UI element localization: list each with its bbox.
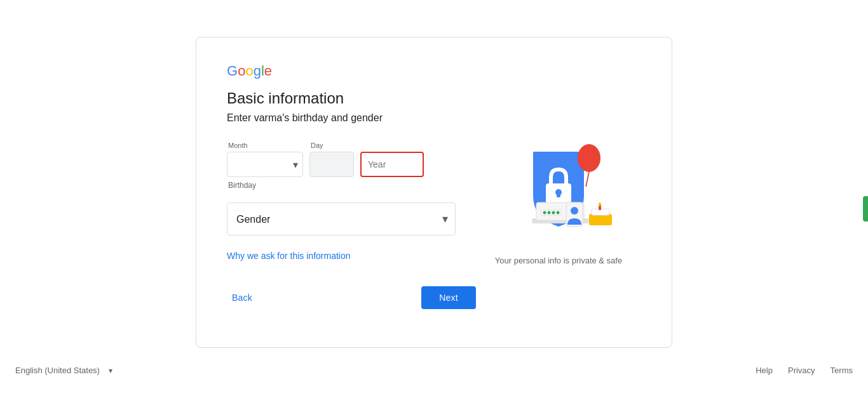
day-field-group: Day [309, 142, 354, 177]
svg-line-4 [586, 172, 589, 187]
svg-point-8 [543, 211, 546, 214]
card: G o o g l e Basic information Enter varm… [196, 37, 672, 348]
language-select[interactable]: English (United States) [15, 366, 112, 375]
illustration-caption: Your personal info is private & safe [495, 256, 622, 265]
footer: English (United States) ▾ Help Privacy T… [0, 355, 868, 380]
privacy-link[interactable]: Privacy [788, 366, 815, 375]
birthday-row: Month January February March April May J… [227, 142, 476, 177]
language-select-wrap: English (United States) ▾ [15, 366, 112, 375]
sidebar-indicator [863, 196, 868, 222]
logo-o2: o [245, 63, 253, 79]
actions-row: Back Next [227, 286, 476, 309]
svg-point-3 [578, 144, 600, 172]
birthday-label: Birthday [227, 181, 476, 190]
month-select-wrap: January February March April May June Ju… [227, 152, 303, 177]
svg-rect-2 [557, 192, 560, 197]
left-section: G o o g l e Basic information Enter varm… [227, 63, 476, 309]
year-field-group [360, 152, 424, 177]
shield-scene [495, 120, 622, 247]
google-logo: G o o g l e [227, 63, 476, 79]
svg-point-11 [556, 211, 559, 214]
page-title: Basic information [227, 89, 476, 107]
logo-o1: o [238, 63, 245, 79]
month-select[interactable]: January February March April May June Ju… [227, 152, 303, 177]
card-inner: G o o g l e Basic information Enter varm… [227, 63, 641, 309]
illustration: Your personal info is private & safe [495, 120, 622, 265]
month-field-group: Month January February March April May J… [227, 142, 303, 177]
help-link[interactable]: Help [756, 366, 773, 375]
gender-select-wrap: Gender Male Female Other Prefer not to s… [227, 202, 456, 235]
next-button[interactable]: Next [421, 286, 476, 309]
right-section: Your personal info is private & safe [476, 63, 641, 309]
footer-links: Help Privacy Terms [756, 366, 853, 375]
svg-point-10 [552, 211, 555, 214]
logo-e: e [264, 63, 272, 79]
gender-select[interactable]: Gender Male Female Other Prefer not to s… [227, 202, 456, 235]
logo-g2: g [254, 63, 261, 79]
svg-point-9 [547, 211, 550, 214]
page-wrapper: G o o g l e Basic information Enter varm… [0, 0, 868, 417]
svg-rect-14 [589, 214, 612, 225]
svg-point-13 [571, 207, 578, 215]
svg-point-17 [599, 202, 601, 206]
day-label: Day [309, 142, 354, 149]
back-button[interactable]: Back [227, 286, 257, 309]
year-input[interactable] [360, 152, 424, 177]
logo-g: G [227, 63, 238, 79]
why-ask-link[interactable]: Why we ask for this information [227, 251, 476, 261]
month-label: Month [227, 142, 303, 149]
day-input[interactable] [309, 152, 354, 177]
page-subtitle: Enter varma's birthday and gender [227, 112, 476, 124]
terms-link[interactable]: Terms [831, 366, 853, 375]
